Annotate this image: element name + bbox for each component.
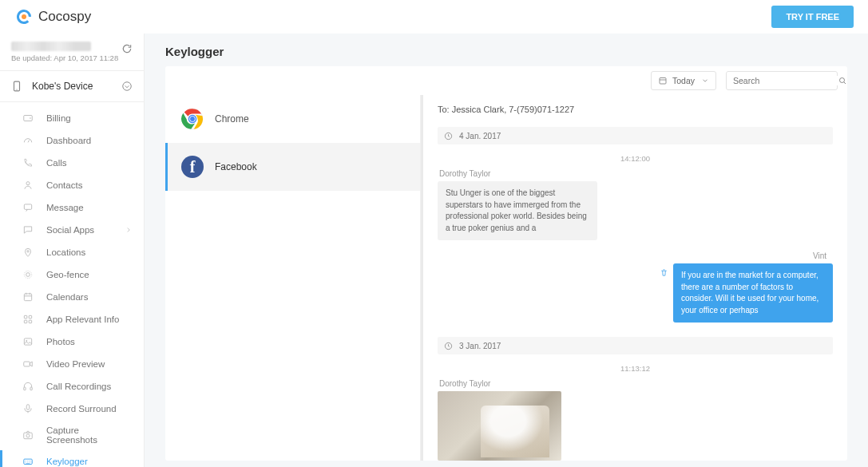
date-separator: 3 Jan. 2017 — [438, 337, 833, 354]
svg-point-8 — [27, 251, 29, 252]
sidebar-item-video[interactable]: Video Preview — [0, 353, 144, 375]
device-selector[interactable]: Kobe's Device — [0, 71, 144, 102]
conversation-to: To: Jessica Clark, 7-(759)071-1227 — [423, 95, 847, 124]
nav-label: Locations — [46, 247, 85, 257]
sidebar-nav: Billing Dashboard Calls Contacts Message… — [0, 107, 144, 467]
pin-icon — [22, 247, 34, 258]
sidebar: Be updated: Apr 10, 2017 11:28 Kobe's De… — [0, 34, 145, 467]
panel-toolbar: Today — [165, 66, 847, 95]
search-box[interactable] — [726, 71, 838, 90]
clock-icon — [444, 342, 453, 350]
sidebar-item-recsurr[interactable]: Record Surround — [0, 398, 144, 420]
nav-label: Photos — [46, 337, 75, 346]
message-sender: Dorothy Taylor — [423, 169, 847, 181]
svg-point-9 — [26, 273, 30, 277]
chevron-right-icon — [125, 226, 133, 234]
outgoing-row: If you are in the market for a computer,… — [423, 263, 847, 334]
app-item-facebook[interactable]: f Facebook — [165, 143, 420, 191]
sidebar-item-capture[interactable]: Capture Screenshots — [0, 420, 144, 450]
svg-rect-11 — [24, 294, 31, 301]
sidebar-item-geofence[interactable]: Geo-fence — [0, 263, 144, 286]
sidebar-item-locations[interactable]: Locations — [0, 241, 144, 263]
search-icon — [838, 76, 847, 85]
svg-rect-7 — [24, 204, 31, 209]
page-title: Keylogger — [145, 34, 868, 66]
message-bubble-outgoing: If you are in the market for a computer,… — [673, 263, 833, 323]
try-free-button[interactable]: TRY IT FREE — [771, 6, 854, 28]
message-sender: Vint — [423, 251, 847, 263]
svg-point-23 — [26, 434, 30, 437]
message-bubble-incoming: Stu Unger is one of the biggest supersta… — [438, 181, 597, 240]
message-time: 14:12:00 — [423, 148, 847, 169]
camera-icon — [22, 429, 34, 441]
image-icon — [22, 336, 34, 347]
chevron-down-circle-icon — [121, 81, 133, 92]
svg-point-0 — [22, 14, 26, 19]
nav-label: App Relevant Info — [46, 315, 119, 324]
sidebar-item-photos[interactable]: Photos — [0, 330, 144, 353]
app-label: Chrome — [215, 113, 249, 125]
trash-icon[interactable] — [660, 268, 668, 277]
app-layout: Be updated: Apr 10, 2017 11:28 Kobe's De… — [0, 34, 868, 467]
chevron-down-icon — [701, 77, 709, 85]
svg-rect-13 — [29, 315, 32, 319]
phone-call-icon — [22, 157, 34, 168]
phone-icon — [11, 81, 22, 92]
nav-label: Social Apps — [46, 225, 94, 235]
sidebar-item-appinfo[interactable]: App Relevant Info — [0, 308, 144, 330]
account-email-blurred — [11, 42, 91, 51]
app-list: Chrome f Facebook — [165, 95, 421, 461]
message-photo-thumbnail[interactable] — [438, 391, 561, 461]
svg-rect-21 — [26, 405, 30, 410]
chat-icon — [22, 224, 34, 235]
sidebar-item-callrec[interactable]: Call Recordings — [0, 375, 144, 398]
main-content: Keylogger Today — [145, 34, 868, 467]
date-range-label: Today — [672, 76, 696, 85]
sidebar-item-calls[interactable]: Calls — [0, 152, 144, 174]
svg-rect-14 — [24, 320, 26, 323]
sidebar-item-dashboard[interactable]: Dashboard — [0, 129, 144, 152]
nav-label: Calendars — [46, 292, 88, 302]
svg-rect-25 — [660, 78, 666, 85]
content-columns: Chrome f Facebook To: Jessica Clark, 7-(… — [165, 95, 847, 461]
svg-point-3 — [123, 82, 132, 91]
account-box: Be updated: Apr 10, 2017 11:28 — [0, 34, 144, 71]
sidebar-item-message[interactable]: Message — [0, 196, 144, 219]
sidebar-item-calendars[interactable]: Calendars — [0, 286, 144, 308]
nav-label: Dashboard — [46, 136, 91, 145]
search-input[interactable] — [733, 76, 838, 85]
nav-label: Video Preview — [46, 359, 105, 369]
sidebar-item-social[interactable]: Social Apps — [0, 219, 144, 241]
facebook-icon: f — [181, 156, 204, 178]
clock-icon — [444, 132, 453, 140]
app-header: Cocospy TRY IT FREE — [0, 0, 868, 34]
svg-rect-18 — [24, 362, 30, 366]
date-separator: 4 Jan. 2017 — [438, 127, 833, 144]
message-sender: Dorothy Taylor — [423, 379, 847, 391]
app-label: Facebook — [215, 161, 257, 172]
svg-rect-20 — [30, 387, 32, 390]
date-range-dropdown[interactable]: Today — [651, 71, 716, 90]
refresh-icon[interactable] — [121, 43, 133, 54]
nav-label: Keylogger — [46, 457, 88, 466]
svg-point-5 — [30, 117, 31, 119]
date-text: 3 Jan. 2017 — [459, 342, 501, 350]
brand-logo: Cocospy — [14, 7, 91, 26]
date-text: 4 Jan. 2017 — [459, 132, 501, 140]
svg-point-6 — [26, 182, 30, 185]
nav-label: Message — [46, 203, 84, 212]
sidebar-item-contacts[interactable]: Contacts — [0, 174, 144, 196]
sidebar-item-billing[interactable]: Billing — [0, 107, 144, 129]
svg-point-31 — [190, 117, 195, 121]
keylogger-panel: Today Chrome — [165, 66, 847, 461]
keyboard-icon — [22, 456, 34, 467]
app-item-chrome[interactable]: Chrome — [165, 95, 420, 143]
svg-rect-19 — [24, 387, 26, 390]
device-label: Kobe's Device — [32, 81, 93, 92]
sidebar-item-keylogger[interactable]: Keylogger — [0, 450, 144, 467]
grid-icon — [22, 314, 34, 325]
wallet-icon — [22, 113, 34, 124]
message-time: 11:13:12 — [423, 358, 847, 379]
nav-label: Geo-fence — [46, 270, 89, 279]
nav-label: Capture Screenshots — [46, 425, 133, 445]
